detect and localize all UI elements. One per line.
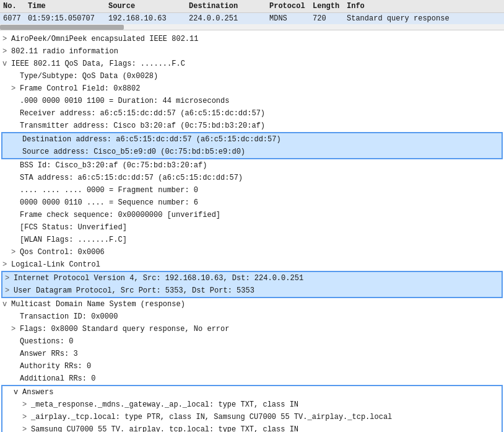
tree-text-sequence: 0000 0000 0110 .... = Sequence number: 6 <box>20 197 198 208</box>
tree-text-auth-rrs: Authority RRs: 0 <box>20 361 91 372</box>
tree-item-llc[interactable]: >Logical-Link Control <box>0 258 504 271</box>
packet-row[interactable]: 6077 01:59:15.050707 192.168.10.63 224.0… <box>0 13 504 24</box>
detail-panel: >AiroPeek/OmniPeek encapsulated IEEE 802… <box>0 30 504 432</box>
answer-text-ans3: Samsung CU7000 55 TV._airplay._tcp.local… <box>31 424 298 432</box>
blue-box-ip: >Internet Protocol Version 4, Src: 192.1… <box>1 271 503 298</box>
blue-box-dest-addr: Destination address: a6:c5:15:dc:dd:57 (… <box>1 132 503 159</box>
scrollbar-thumb[interactable] <box>0 25 124 30</box>
table-header: No. Time Source Destination Protocol Len… <box>0 0 504 13</box>
packet-info: Standard query response <box>347 14 504 23</box>
packet-time: 01:59:15.050707 <box>28 14 108 23</box>
tree-text-transmitter: Transmitter address: Cisco b3:20:af (0c:… <box>20 120 265 131</box>
tree-item-receiver[interactable]: Receiver address: a6:c5:15:dc:dd:57 (a6:… <box>0 107 504 120</box>
tree-item-type[interactable]: Type/Subtype: QoS Data (0x0028) <box>0 70 504 82</box>
tree-text-flags2: Flags: 0x8000 Standard query response, N… <box>20 324 229 335</box>
tree-text-udp: User Datagram Protocol, Src Port: 5353, … <box>14 285 254 296</box>
tree-item-fcs-val[interactable]: Frame check sequence: 0x00000000 [unveri… <box>0 209 504 221</box>
tree-item-wlan-flags[interactable]: [WLAN Flags: .......F.C] <box>0 234 504 246</box>
tree-text-type: Type/Subtype: QoS Data (0x0028) <box>20 71 158 82</box>
tree-text-llc: Logical-Link Control <box>11 259 100 270</box>
tree-item-transmitter[interactable]: Transmitter address: Cisco b3:20:af (0c:… <box>0 120 504 132</box>
col-header-protocol: Protocol <box>269 2 313 11</box>
packet-protocol: MDNS <box>269 14 313 23</box>
expand-icon-frame[interactable]: > <box>11 83 20 94</box>
expand-icon-ip[interactable]: > <box>5 273 14 284</box>
tree-item-questions[interactable]: Questions: 0 <box>0 335 504 348</box>
answers-box: vAnswers>_meta_response._mdns._gateway._… <box>1 385 503 432</box>
expand-icon-qos[interactable]: > <box>11 247 20 258</box>
tree-item-radio[interactable]: >802.11 radio information <box>0 45 504 58</box>
tree-text-wlan-flags: [WLAN Flags: .......F.C] <box>20 234 127 245</box>
scrollbar-area[interactable] <box>0 24 504 30</box>
tree-item-addl-rrs[interactable]: Additional RRs: 0 <box>0 372 504 385</box>
tree-item-fcs-status[interactable]: [FCS Status: Unverified] <box>0 221 504 234</box>
answer-item-ans3[interactable]: >Samsung CU7000 55 TV._airplay._tcp.loca… <box>2 423 502 432</box>
tree-text-fcs-status: [FCS Status: Unverified] <box>20 222 127 233</box>
tree-text-fcs-val: Frame check sequence: 0x00000000 [unveri… <box>20 209 220 221</box>
expand-icon-radio[interactable]: > <box>2 46 11 57</box>
packet-destination: 224.0.0.251 <box>189 14 269 23</box>
expand-icon-flags2[interactable]: > <box>11 324 20 335</box>
tree-item-ip[interactable]: >Internet Protocol Version 4, Src: 192.1… <box>2 272 502 284</box>
tree-text-duration: .000 0000 0010 1100 = Duration: 44 micro… <box>20 95 229 107</box>
answers-expand-icon[interactable]: v <box>14 387 22 398</box>
tree-text-ip: Internet Protocol Version 4, Src: 192.16… <box>14 273 303 284</box>
expand-icon-llc[interactable]: > <box>2 259 11 270</box>
packet-source: 192.168.10.63 <box>108 14 189 23</box>
tree-item-qos[interactable]: >Qos Control: 0x0006 <box>0 246 504 258</box>
tree-text-txid: Transaction ID: 0x0000 <box>20 311 118 322</box>
tree-text-airopeel: AiroPeek/OmniPeek encapsulated IEEE 802.… <box>11 33 198 45</box>
tree-text-ieee: IEEE 802.11 QoS Data, Flags: .......F.C <box>11 58 185 69</box>
tree-item-frame[interactable]: >Frame Control Field: 0x8802 <box>0 82 504 95</box>
answer-expand-icon-ans2[interactable]: > <box>22 412 31 423</box>
tree-text-frame: Frame Control Field: 0x8802 <box>20 83 140 94</box>
tree-text-radio: 802.11 radio information <box>11 46 118 57</box>
expand-icon-udp[interactable]: > <box>5 285 14 296</box>
tree-item-airopeel[interactable]: >AiroPeek/OmniPeek encapsulated IEEE 802… <box>0 33 504 45</box>
tree-item-fragment[interactable]: .... .... .... 0000 = Fragment number: 0 <box>0 184 504 196</box>
tree-text-qos: Qos Control: 0x0006 <box>20 247 105 258</box>
tree-text-fragment: .... .... .... 0000 = Fragment number: 0 <box>20 185 198 196</box>
expand-icon-airopeel[interactable]: > <box>2 33 11 45</box>
tree-text-addl-rrs: Additional RRs: 0 <box>20 373 95 384</box>
tree-item-txid[interactable]: Transaction ID: 0x0000 <box>0 311 504 323</box>
tree-item-answer-rrs[interactable]: Answer RRs: 3 <box>0 348 504 360</box>
tree-item-src-addr[interactable]: Source address: Cisco_b5:e9:d0 (0c:75:bd… <box>2 146 502 158</box>
packet-length: 720 <box>313 14 347 23</box>
col-header-destination: Destination <box>189 2 269 11</box>
answer-item-ans2[interactable]: >_airplay._tcp.local: type PTR, class IN… <box>2 411 502 423</box>
tree-text-receiver: Receiver address: a6:c5:15:dc:dd:57 (a6:… <box>20 108 265 119</box>
tree-text-questions: Questions: 0 <box>20 336 73 347</box>
tree-item-flags2[interactable]: >Flags: 0x8000 Standard query response, … <box>0 323 504 335</box>
tree-item-auth-rrs[interactable]: Authority RRs: 0 <box>0 360 504 372</box>
tree-text-sta: STA address: a6:c5:15:dc:dd:57 (a6:c5:15… <box>20 172 243 183</box>
answer-text-ans1: _meta_response._mdns._gateway._ap._local… <box>31 399 298 410</box>
tree-item-dest-addr[interactable]: Destination address: a6:c5:15:dc:dd:57 (… <box>2 133 502 146</box>
answer-expand-icon-ans1[interactable]: > <box>22 399 31 410</box>
col-header-no: No. <box>0 2 28 11</box>
expand-icon-mdns[interactable]: v <box>2 299 11 310</box>
tree-text-dest-addr: Destination address: a6:c5:15:dc:dd:57 (… <box>22 134 281 145</box>
answer-text-ans2: _airplay._tcp.local: type PTR, class IN,… <box>31 412 392 423</box>
col-header-source: Source <box>108 2 189 11</box>
col-header-time: Time <box>28 2 108 11</box>
tree-item-bss[interactable]: BSS Id: Cisco_b3:20:af (0c:75:bd:b3:20:a… <box>0 159 504 172</box>
tree-item-mdns[interactable]: vMulticast Domain Name System (response) <box>0 298 504 311</box>
col-header-length: Length <box>313 2 347 11</box>
packet-no: 6077 <box>0 14 28 23</box>
tree-text-bss: BSS Id: Cisco_b3:20:af (0c:75:bd:b3:20:a… <box>20 160 207 171</box>
tree-item-ieee[interactable]: vIEEE 802.11 QoS Data, Flags: .......F.C <box>0 58 504 70</box>
answers-header[interactable]: vAnswers <box>2 386 502 399</box>
tree-text-mdns: Multicast Domain Name System (response) <box>11 299 185 310</box>
answers-label: Answers <box>22 387 53 398</box>
tree-text-src-addr: Source address: Cisco_b5:e9:d0 (0c:75:bd… <box>22 146 245 157</box>
col-header-info: Info <box>347 2 504 11</box>
answer-expand-icon-ans3[interactable]: > <box>22 424 31 432</box>
expand-icon-ieee[interactable]: v <box>2 58 11 69</box>
tree-item-sequence[interactable]: 0000 0000 0110 .... = Sequence number: 6 <box>0 196 504 209</box>
tree-item-duration[interactable]: .000 0000 0010 1100 = Duration: 44 micro… <box>0 95 504 107</box>
tree-item-udp[interactable]: >User Datagram Protocol, Src Port: 5353,… <box>2 284 502 297</box>
tree-text-answer-rrs: Answer RRs: 3 <box>20 348 78 359</box>
tree-item-sta[interactable]: STA address: a6:c5:15:dc:dd:57 (a6:c5:15… <box>0 172 504 184</box>
answer-item-ans1[interactable]: >_meta_response._mdns._gateway._ap._loca… <box>2 399 502 411</box>
